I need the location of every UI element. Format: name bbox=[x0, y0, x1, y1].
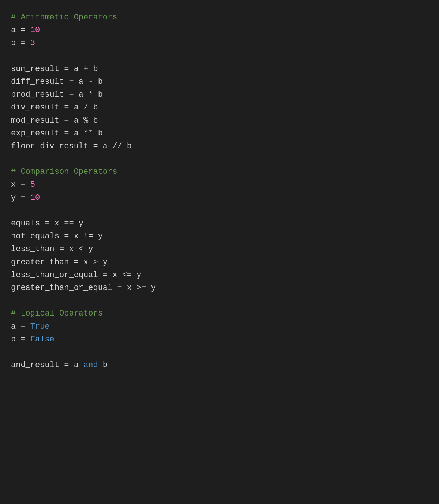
value-y: 10 bbox=[30, 193, 40, 202]
line-greater-than-or-equal: greater_than_or_equal = x >= y bbox=[11, 281, 428, 294]
logical-comment: # Logical Operators bbox=[11, 307, 428, 320]
value-a: 10 bbox=[30, 26, 40, 35]
line-less-than: less_than = x < y bbox=[11, 243, 428, 255]
line-y-assign: y = 10 bbox=[11, 191, 428, 204]
line-prod: prod_result = a * b bbox=[11, 88, 428, 101]
value-b: 3 bbox=[30, 38, 35, 48]
value-x: 5 bbox=[30, 180, 35, 189]
line-exp: exp_result = a ** b bbox=[11, 127, 428, 140]
value-true: True bbox=[30, 322, 50, 331]
line-and-result: and_result = a and b bbox=[11, 359, 428, 372]
line-floor-div: floor_div_result = a // b bbox=[11, 140, 428, 153]
line-div: div_result = a / b bbox=[11, 101, 428, 114]
comparison-section: # Comparison Operators x = 5 y = 10 equa… bbox=[11, 165, 428, 294]
gap-3 bbox=[11, 204, 428, 217]
line-a-assign: a = 10 bbox=[11, 24, 428, 37]
arithmetic-section: # Arithmetic Operators a = 10 b = 3 sum_… bbox=[11, 11, 428, 153]
gap-5 bbox=[11, 346, 428, 359]
line-equals: equals = x == y bbox=[11, 217, 428, 230]
value-false: False bbox=[30, 335, 55, 344]
arithmetic-comment: # Arithmetic Operators bbox=[11, 11, 428, 24]
gap-4 bbox=[11, 294, 428, 307]
gap-2 bbox=[11, 153, 428, 165]
code-editor: # Arithmetic Operators a = 10 b = 3 sum_… bbox=[11, 11, 428, 372]
line-sum: sum_result = a + b bbox=[11, 63, 428, 75]
logical-section: # Logical Operators a = True b = False a… bbox=[11, 307, 428, 372]
line-b-assign: b = 3 bbox=[11, 37, 428, 49]
line-x-assign: x = 5 bbox=[11, 178, 428, 191]
line-mod: mod_result = a % b bbox=[11, 114, 428, 127]
comparison-comment: # Comparison Operators bbox=[11, 165, 428, 178]
line-b-bool-assign: b = False bbox=[11, 333, 428, 346]
line-greater-than: greater_than = x > y bbox=[11, 256, 428, 269]
gap-1 bbox=[11, 50, 428, 63]
line-a-bool-assign: a = True bbox=[11, 320, 428, 333]
line-less-than-or-equal: less_than_or_equal = x <= y bbox=[11, 269, 428, 281]
keyword-and: and bbox=[83, 361, 98, 370]
line-diff: diff_result = a - b bbox=[11, 75, 428, 88]
line-not-equals: not_equals = x != y bbox=[11, 230, 428, 243]
